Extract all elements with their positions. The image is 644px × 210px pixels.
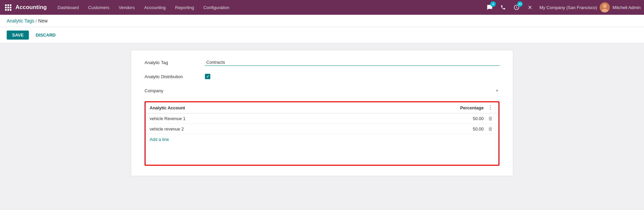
svg-rect-7 — [7, 9, 9, 11]
nav-accounting[interactable]: Accounting — [140, 3, 170, 12]
action-bar: SAVE DISCARD — [0, 27, 644, 43]
table-bottom-spacer — [146, 145, 498, 165]
main-content: Analytic Tag Contracts Analytic Distribu… — [0, 43, 644, 183]
nav-configuration[interactable]: Configuration — [199, 3, 233, 12]
analytic-distribution-checkbox[interactable] — [205, 74, 210, 79]
phone-icon-btn[interactable] — [498, 2, 508, 13]
analytic-percentage-value[interactable]: 50.00 — [443, 126, 484, 132]
messages-icon-btn[interactable]: 4 — [484, 2, 495, 13]
analytic-distribution-field: Analytic Distribution — [145, 71, 499, 82]
company-dropdown[interactable]: ▾ — [205, 88, 499, 93]
analytic-tag-value[interactable]: Contracts — [205, 59, 499, 66]
row-delete-action[interactable]: 🗑 — [486, 126, 494, 132]
svg-rect-0 — [5, 4, 7, 6]
analytic-tag-field: Analytic Tag Contracts — [145, 57, 499, 68]
close-icon-btn[interactable] — [525, 2, 535, 13]
delete-row-icon[interactable]: 🗑 — [488, 126, 493, 132]
nav-dashboard[interactable]: Dashboard — [54, 3, 83, 12]
chevron-down-icon: ▾ — [496, 88, 498, 93]
company-field: Company ▾ — [145, 85, 499, 96]
breadcrumb-separator: / — [36, 18, 37, 23]
save-button[interactable]: SAVE — [7, 31, 29, 40]
table-row: vehicle revenue 2 50.00 🗑 — [146, 124, 498, 134]
clock-badge: 30 — [517, 1, 523, 7]
delete-row-icon[interactable]: 🗑 — [488, 116, 493, 121]
add-line-row: Add a line — [146, 134, 498, 145]
company-name: My Company (San Francisco) — [539, 5, 597, 10]
row-delete-action[interactable]: 🗑 — [486, 116, 494, 121]
svg-point-10 — [603, 4, 607, 8]
nav-customers[interactable]: Customers — [84, 3, 113, 12]
breadcrumb-current: New — [38, 18, 48, 23]
svg-rect-1 — [7, 4, 9, 6]
breadcrumb-parent[interactable]: Analytic Tags — [7, 18, 34, 23]
nav-vendors[interactable]: Vendors — [115, 3, 139, 12]
top-navigation: Accounting Dashboard Customers Vendors A… — [0, 0, 644, 15]
svg-rect-3 — [5, 7, 7, 8]
table-row: vehicle Revenue 1 50.00 🗑 — [146, 113, 498, 124]
col-account-header: Analytic Account — [150, 105, 443, 110]
discard-button[interactable]: DISCARD — [32, 31, 59, 40]
analytic-distribution-label: Analytic Distribution — [145, 74, 205, 79]
svg-rect-8 — [10, 9, 11, 11]
analytic-account-name[interactable]: vehicle revenue 2 — [150, 126, 443, 132]
apps-menu-icon[interactable] — [3, 3, 13, 12]
messages-badge: 4 — [490, 1, 496, 7]
company-label: Company — [145, 88, 205, 93]
analytic-table-header-row: Analytic Account Percentage ⋮ — [146, 102, 498, 113]
breadcrumb-bar: Analytic Tags / New — [0, 15, 644, 27]
user-avatar[interactable] — [600, 2, 610, 12]
svg-rect-4 — [7, 7, 9, 8]
table-header-actions[interactable]: ⋮ — [486, 105, 494, 110]
analytic-tag-label: Analytic Tag — [145, 60, 205, 65]
nav-reporting[interactable]: Reporting — [171, 3, 198, 12]
username-label[interactable]: Mitchell Admin — [612, 5, 641, 10]
analytic-account-table: Analytic Account Percentage ⋮ vehicle Re… — [145, 101, 499, 166]
app-brand: Accounting — [15, 4, 47, 11]
add-line-button[interactable]: Add a line — [150, 137, 169, 142]
analytic-account-name[interactable]: vehicle Revenue 1 — [150, 116, 443, 121]
svg-rect-2 — [10, 4, 11, 6]
svg-rect-6 — [5, 9, 7, 11]
column-options-icon[interactable]: ⋮ — [488, 105, 493, 110]
topnav-right: 4 30 My Company (San Francisco) Mitchell… — [484, 2, 641, 13]
nav-menu: Dashboard Customers Vendors Accounting R… — [54, 3, 485, 12]
analytic-percentage-value[interactable]: 50.00 — [443, 116, 484, 121]
col-percentage-header: Percentage — [443, 105, 484, 110]
svg-rect-5 — [10, 7, 11, 8]
form-card: Analytic Tag Contracts Analytic Distribu… — [131, 50, 513, 176]
clock-icon-btn[interactable]: 30 — [511, 2, 522, 13]
